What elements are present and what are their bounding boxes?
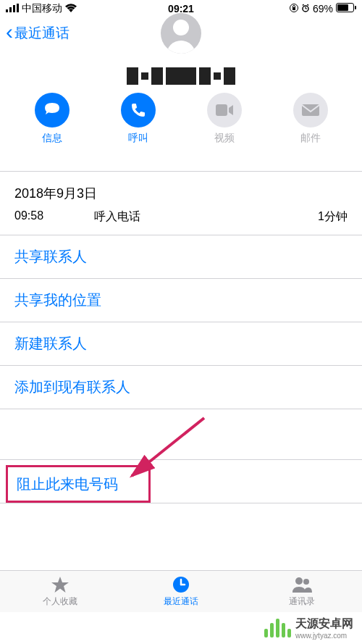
back-label: 最近通话 (14, 24, 70, 43)
tab-favorites-label: 个人收藏 (43, 595, 77, 608)
svg-rect-3 (17, 4, 19, 12)
svg-rect-5 (292, 7, 295, 10)
new-contact-button[interactable]: 新建联系人 (0, 322, 362, 366)
video-button: 视频 (197, 93, 252, 145)
message-button[interactable]: 信息 (25, 93, 80, 145)
tab-bar: 个人收藏 最近通话 通讯录 (0, 570, 362, 612)
history-time: 09:58 (14, 209, 94, 225)
action-row: 信息 呼叫 视频 邮件 (0, 87, 362, 145)
svg-rect-0 (6, 9, 8, 12)
svg-line-9 (303, 4, 304, 6)
message-label: 信息 (42, 132, 62, 145)
call-button[interactable]: 呼叫 (111, 93, 166, 145)
battery-icon (336, 3, 356, 14)
alarm-icon (301, 3, 310, 14)
watermark-title: 天源安卓网 (295, 616, 353, 632)
tab-favorites[interactable]: 个人收藏 (0, 571, 121, 612)
video-icon (207, 93, 242, 127)
nav-bar: ‹ 最近通话 (0, 17, 362, 49)
watermark-url: www.jytyaz.com (295, 632, 347, 640)
share-location-button[interactable]: 共享我的位置 (0, 279, 362, 322)
tab-contacts[interactable]: 通讯录 (241, 571, 362, 612)
video-label: 视频 (214, 132, 235, 145)
tab-recents[interactable]: 最近通话 (121, 571, 242, 612)
history-type: 呼入电话 (94, 209, 318, 225)
svg-line-10 (307, 4, 308, 6)
tab-contacts-label: 通讯录 (289, 595, 315, 608)
phone-icon (121, 93, 156, 127)
watermark-logo-icon (264, 619, 291, 637)
mail-button: 邮件 (283, 93, 338, 145)
add-existing-contact-button[interactable]: 添加到现有联系人 (0, 366, 362, 409)
call-label: 呼叫 (128, 132, 148, 145)
svg-rect-14 (216, 104, 227, 116)
contacts-icon (291, 575, 313, 594)
watermark: 天源安卓网 www.jytyaz.com (0, 612, 362, 644)
svg-point-21 (303, 579, 309, 585)
star-icon (51, 575, 70, 594)
history-entry: 09:58 呼入电话 1分钟 (14, 209, 348, 225)
lock-icon (290, 3, 298, 14)
svg-rect-2 (13, 5, 15, 12)
contact-avatar[interactable] (161, 13, 201, 54)
tab-recents-label: 最近通话 (164, 595, 198, 608)
svg-rect-13 (355, 6, 356, 9)
contact-name (0, 65, 362, 87)
chevron-left-icon: ‹ (6, 21, 13, 43)
svg-rect-1 (9, 7, 12, 12)
mail-icon (293, 93, 328, 127)
svg-rect-15 (302, 104, 319, 116)
block-caller-label: 阻止此来电号码 (17, 474, 118, 494)
message-icon (35, 93, 70, 127)
clock-icon (172, 575, 190, 594)
history-duration: 1分钟 (318, 209, 348, 225)
svg-rect-12 (337, 4, 348, 11)
block-caller-button[interactable]: 阻止此来电号码 (6, 465, 151, 503)
signal-icon (6, 3, 19, 14)
back-button[interactable]: ‹ 最近通话 (6, 24, 70, 43)
battery-label: 69% (313, 3, 333, 14)
carrier-label: 中国移动 (22, 2, 62, 15)
share-contact-button[interactable]: 共享联系人 (0, 235, 362, 279)
svg-point-20 (295, 577, 303, 585)
wifi-icon (65, 3, 77, 14)
call-history-section: 2018年9月3日 09:58 呼入电话 1分钟 (0, 171, 362, 235)
history-date: 2018年9月3日 (14, 185, 348, 202)
mail-label: 邮件 (300, 132, 321, 145)
